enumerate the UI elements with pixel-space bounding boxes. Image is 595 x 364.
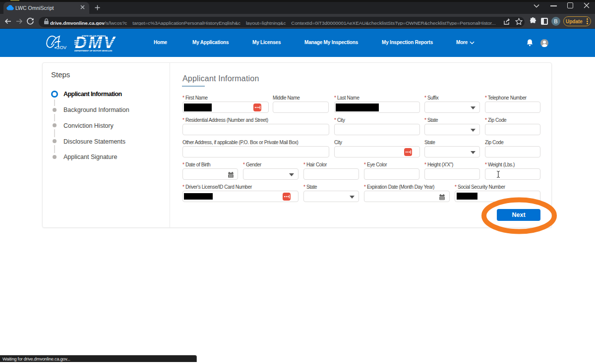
svg-text:DMV: DMV [75, 33, 117, 52]
svg-text:GOV: GOV [56, 45, 67, 50]
svg-text:DEPARTMENT OF MOTOR VEHICLES: DEPARTMENT OF MOTOR VEHICLES [74, 50, 112, 52]
